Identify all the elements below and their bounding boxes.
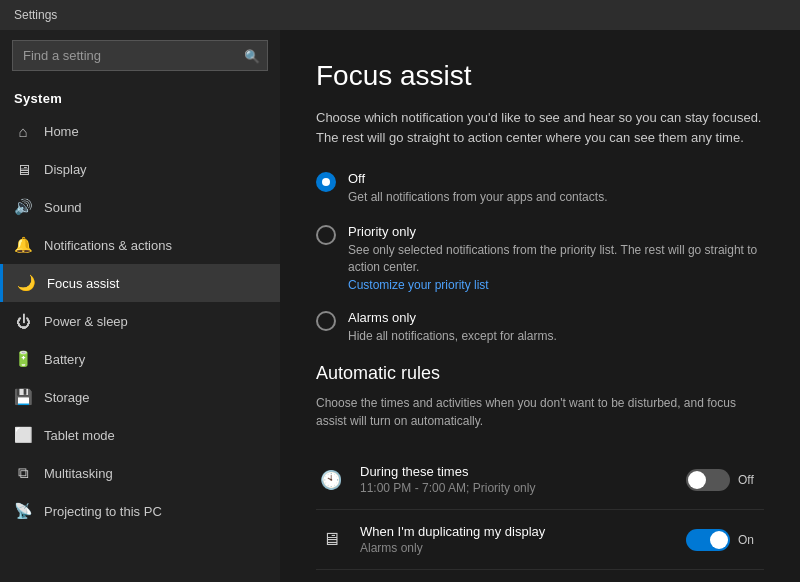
radio-label-off: Off bbox=[348, 171, 607, 186]
rule-icon-duplicating-display: 🖥 bbox=[316, 525, 346, 555]
sidebar-icon-notifications: 🔔 bbox=[14, 236, 32, 254]
sidebar-label-power-sleep: Power & sleep bbox=[44, 314, 128, 329]
sidebar-item-notifications[interactable]: 🔔 Notifications & actions bbox=[0, 226, 280, 264]
sidebar-label-tablet-mode: Tablet mode bbox=[44, 428, 115, 443]
rule-subtitle-during-these-times: 11:00 PM - 7:00 AM; Priority only bbox=[360, 481, 672, 495]
rule-title-during-these-times: During these times bbox=[360, 464, 672, 479]
radio-text-alarms-only: Alarms onlyHide all notifications, excep… bbox=[348, 310, 557, 345]
radio-text-off: OffGet all notifications from your apps … bbox=[348, 171, 607, 206]
rule-text-duplicating-display: When I'm duplicating my display Alarms o… bbox=[360, 524, 672, 555]
radio-text-priority-only: Priority onlySee only selected notificat… bbox=[348, 224, 764, 293]
sidebar-label-projecting: Projecting to this PC bbox=[44, 504, 162, 519]
rule-toggle-group-during-these-times: Off bbox=[686, 469, 764, 491]
radio-options-container: OffGet all notifications from your apps … bbox=[316, 171, 764, 345]
toggle-label-during-these-times: Off bbox=[738, 473, 764, 487]
rule-title-duplicating-display: When I'm duplicating my display bbox=[360, 524, 672, 539]
rule-toggle-group-duplicating-display: On bbox=[686, 529, 764, 551]
radio-circle-off[interactable] bbox=[316, 172, 336, 192]
sidebar-section-label: System bbox=[0, 85, 280, 112]
sidebar-label-home: Home bbox=[44, 124, 79, 139]
automatic-rules-title: Automatic rules bbox=[316, 363, 764, 384]
sidebar-label-battery: Battery bbox=[44, 352, 85, 367]
sidebar-icon-battery: 🔋 bbox=[14, 350, 32, 368]
sidebar-icon-storage: 💾 bbox=[14, 388, 32, 406]
app-title: Settings bbox=[14, 8, 57, 22]
sidebar-items-container: ⌂ Home 🖥 Display 🔊 Sound 🔔 Notifications… bbox=[0, 112, 280, 530]
sidebar-icon-display: 🖥 bbox=[14, 160, 32, 178]
radio-option-off: OffGet all notifications from your apps … bbox=[316, 171, 764, 206]
toggle-switch-duplicating-display[interactable] bbox=[686, 529, 730, 551]
rule-item-playing-game: 🎮 When I'm playing a game Priority only … bbox=[316, 570, 764, 582]
automatic-rules-desc: Choose the times and activities when you… bbox=[316, 394, 764, 430]
sidebar-icon-tablet-mode: ⬜ bbox=[14, 426, 32, 444]
toggle-knob-duplicating-display bbox=[710, 531, 728, 549]
page-description: Choose which notification you'd like to … bbox=[316, 108, 764, 147]
page-title: Focus assist bbox=[316, 60, 764, 92]
main-content: Focus assist Choose which notification y… bbox=[280, 30, 800, 582]
rule-icon-during-these-times: 🕙 bbox=[316, 465, 346, 495]
app-container: 🔍 System ⌂ Home 🖥 Display 🔊 Sound 🔔 Noti… bbox=[0, 30, 800, 582]
radio-circle-alarms-only[interactable] bbox=[316, 311, 336, 331]
radio-link-priority-only[interactable]: Customize your priority list bbox=[348, 278, 764, 292]
radio-option-priority-only: Priority onlySee only selected notificat… bbox=[316, 224, 764, 293]
sidebar-item-display[interactable]: 🖥 Display bbox=[0, 150, 280, 188]
radio-desc-alarms-only: Hide all notifications, except for alarm… bbox=[348, 328, 557, 345]
radio-label-priority-only: Priority only bbox=[348, 224, 764, 239]
toggle-label-duplicating-display: On bbox=[738, 533, 764, 547]
sidebar-item-focus-assist[interactable]: 🌙 Focus assist bbox=[0, 264, 280, 302]
sidebar-icon-sound: 🔊 bbox=[14, 198, 32, 216]
sidebar-item-home[interactable]: ⌂ Home bbox=[0, 112, 280, 150]
search-icon: 🔍 bbox=[244, 48, 260, 63]
sidebar-label-multitasking: Multitasking bbox=[44, 466, 113, 481]
radio-label-alarms-only: Alarms only bbox=[348, 310, 557, 325]
sidebar-item-power-sleep[interactable]: ⏻ Power & sleep bbox=[0, 302, 280, 340]
sidebar-icon-projecting: 📡 bbox=[14, 502, 32, 520]
sidebar-icon-power-sleep: ⏻ bbox=[14, 312, 32, 330]
sidebar-icon-multitasking: ⧉ bbox=[14, 464, 32, 482]
sidebar: 🔍 System ⌂ Home 🖥 Display 🔊 Sound 🔔 Noti… bbox=[0, 30, 280, 582]
search-input[interactable] bbox=[12, 40, 268, 71]
sidebar-label-focus-assist: Focus assist bbox=[47, 276, 119, 291]
sidebar-label-display: Display bbox=[44, 162, 87, 177]
toggle-switch-during-these-times[interactable] bbox=[686, 469, 730, 491]
sidebar-item-storage[interactable]: 💾 Storage bbox=[0, 378, 280, 416]
rule-item-during-these-times: 🕙 During these times 11:00 PM - 7:00 AM;… bbox=[316, 450, 764, 510]
sidebar-item-projecting[interactable]: 📡 Projecting to this PC bbox=[0, 492, 280, 530]
toggle-knob-during-these-times bbox=[688, 471, 706, 489]
sidebar-label-notifications: Notifications & actions bbox=[44, 238, 172, 253]
sidebar-label-storage: Storage bbox=[44, 390, 90, 405]
radio-desc-off: Get all notifications from your apps and… bbox=[348, 189, 607, 206]
rule-item-duplicating-display: 🖥 When I'm duplicating my display Alarms… bbox=[316, 510, 764, 570]
sidebar-icon-home: ⌂ bbox=[14, 122, 32, 140]
sidebar-item-multitasking[interactable]: ⧉ Multitasking bbox=[0, 454, 280, 492]
rule-text-during-these-times: During these times 11:00 PM - 7:00 AM; P… bbox=[360, 464, 672, 495]
rule-subtitle-duplicating-display: Alarms only bbox=[360, 541, 672, 555]
sidebar-item-battery[interactable]: 🔋 Battery bbox=[0, 340, 280, 378]
search-container: 🔍 bbox=[12, 40, 268, 71]
sidebar-item-tablet-mode[interactable]: ⬜ Tablet mode bbox=[0, 416, 280, 454]
rules-container: 🕙 During these times 11:00 PM - 7:00 AM;… bbox=[316, 450, 764, 582]
sidebar-icon-focus-assist: 🌙 bbox=[17, 274, 35, 292]
sidebar-item-sound[interactable]: 🔊 Sound bbox=[0, 188, 280, 226]
title-bar: Settings bbox=[0, 0, 800, 30]
radio-circle-priority-only[interactable] bbox=[316, 225, 336, 245]
radio-option-alarms-only: Alarms onlyHide all notifications, excep… bbox=[316, 310, 764, 345]
radio-desc-priority-only: See only selected notifications from the… bbox=[348, 242, 764, 276]
sidebar-label-sound: Sound bbox=[44, 200, 82, 215]
